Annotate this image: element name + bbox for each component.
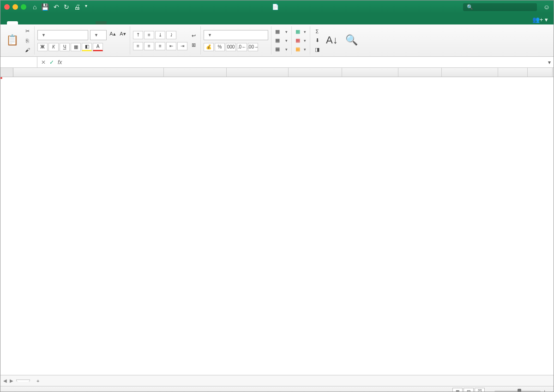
align-bottom-icon[interactable]: ⤓ bbox=[155, 31, 165, 39]
merge-cells-icon[interactable]: ⊞ bbox=[189, 41, 198, 49]
find-select-button[interactable]: 🔍 bbox=[343, 33, 361, 48]
format-painter-icon[interactable]: 🖌 bbox=[23, 46, 31, 54]
format-cells-button[interactable]: ▦ ▾ bbox=[295, 46, 307, 53]
tab-view[interactable] bbox=[84, 21, 96, 24]
percent-icon[interactable]: % bbox=[215, 43, 225, 51]
window-controls bbox=[4, 4, 26, 10]
tab-table[interactable] bbox=[96, 21, 107, 24]
more-icon[interactable]: ▾ bbox=[85, 3, 87, 11]
tab-layout[interactable] bbox=[40, 21, 51, 24]
bold-button[interactable]: Ж bbox=[37, 43, 48, 51]
increase-font-icon[interactable]: A▴ bbox=[108, 30, 117, 38]
redo-icon[interactable]: ↻ bbox=[64, 3, 69, 11]
col-header-i[interactable] bbox=[528, 68, 553, 77]
indent-decrease-icon[interactable]: ⇤ bbox=[166, 42, 176, 50]
styles-group: ▦ ▾ ▦ ▾ ▦ ▾ bbox=[274, 26, 292, 54]
format-as-table-button[interactable]: ▦ ▾ bbox=[274, 37, 289, 44]
conditional-formatting-button[interactable]: ▦ ▾ bbox=[274, 28, 289, 35]
tab-insert[interactable] bbox=[18, 21, 29, 24]
add-sheet-button[interactable]: + bbox=[33, 377, 43, 385]
zoom-out-button[interactable]: − bbox=[488, 389, 491, 392]
copy-icon[interactable]: ⎘ bbox=[23, 36, 31, 45]
font-name-select[interactable]: ▼ bbox=[37, 30, 88, 40]
fill-color-button[interactable]: ◧ bbox=[82, 43, 92, 51]
clipboard-group: 📋 ✂ ⎘ 🖌 bbox=[3, 26, 35, 54]
borders-button[interactable]: ▦ bbox=[71, 43, 81, 51]
print-icon[interactable]: 🖨 bbox=[74, 3, 80, 11]
autosum-icon[interactable]: Σ bbox=[313, 27, 321, 36]
insert-cells-button[interactable]: ▦ ▾ bbox=[295, 28, 307, 35]
titlebar: ⌂ 💾 ↶ ↻ 🖨 ▾ 🔍 ☺ bbox=[0, 0, 554, 13]
zoom-slider[interactable] bbox=[494, 391, 541, 392]
editing-group: Σ ⬇ ◨ A↓ 🔍 bbox=[313, 26, 363, 54]
col-header-h[interactable] bbox=[498, 68, 528, 77]
delete-cells-button[interactable]: ▦ ▾ bbox=[295, 37, 307, 44]
wrap-text-icon[interactable]: ↩ bbox=[189, 32, 198, 40]
user-icon[interactable]: ☺ bbox=[543, 3, 550, 11]
align-center-icon[interactable]: ≡ bbox=[144, 42, 154, 50]
fill-icon[interactable]: ⬇ bbox=[313, 36, 321, 45]
alignment-group: ⤒≡⤓⤸ ≡≡≡⇤⇥ ↩ ⊞ bbox=[133, 26, 201, 54]
number-group: ▼ 💰 % 000 .0← .00→ bbox=[204, 26, 271, 54]
worksheet[interactable] bbox=[0, 68, 554, 375]
next-sheet-icon[interactable]: ▶ bbox=[10, 378, 13, 383]
orientation-icon[interactable]: ⤸ bbox=[166, 31, 176, 39]
decrease-decimal-icon[interactable]: .00→ bbox=[248, 43, 258, 51]
tab-review[interactable] bbox=[73, 21, 84, 24]
number-format-select[interactable]: ▼ bbox=[204, 30, 268, 40]
save-icon[interactable]: 💾 bbox=[41, 3, 49, 11]
close-window-icon[interactable] bbox=[4, 4, 10, 10]
align-middle-icon[interactable]: ≡ bbox=[144, 31, 154, 39]
status-bar: ▦ ▤ 凹 − + bbox=[0, 386, 554, 392]
decrease-font-icon[interactable]: A▾ bbox=[119, 30, 127, 38]
tab-formulas[interactable] bbox=[51, 21, 62, 24]
indent-increase-icon[interactable]: ⇥ bbox=[177, 42, 187, 50]
select-all-corner[interactable] bbox=[0, 68, 13, 77]
comma-icon[interactable]: 000 bbox=[226, 43, 236, 51]
sheet-tabs-bar: ◀ ▶ + bbox=[0, 375, 554, 386]
font-color-button[interactable]: A bbox=[93, 43, 103, 51]
column-headers bbox=[0, 68, 554, 77]
tab-home[interactable] bbox=[7, 21, 18, 24]
document-title bbox=[90, 4, 460, 10]
minimize-window-icon[interactable] bbox=[12, 4, 18, 10]
align-top-icon[interactable]: ⤒ bbox=[133, 31, 143, 39]
cancel-formula-icon[interactable]: ✕ bbox=[41, 59, 46, 66]
clear-icon[interactable]: ◨ bbox=[313, 46, 321, 54]
align-left-icon[interactable]: ≡ bbox=[133, 42, 143, 50]
cells-group: ▦ ▾ ▦ ▾ ▦ ▾ bbox=[295, 26, 310, 54]
underline-button[interactable]: Ч bbox=[60, 43, 70, 51]
cell-styles-button[interactable]: ▦ ▾ bbox=[274, 46, 289, 53]
font-size-select[interactable]: ▼ bbox=[90, 30, 107, 40]
increase-decimal-icon[interactable]: .0← bbox=[237, 43, 247, 51]
normal-view-icon[interactable]: ▦ bbox=[452, 388, 463, 392]
page-break-view-icon[interactable]: 凹 bbox=[475, 388, 485, 392]
sort-filter-button[interactable]: A↓ bbox=[323, 33, 341, 48]
zoom-window-icon[interactable] bbox=[21, 4, 26, 10]
confirm-formula-icon[interactable]: ✓ bbox=[49, 59, 54, 66]
quick-access-toolbar: ⌂ 💾 ↶ ↻ 🖨 ▾ bbox=[33, 3, 87, 11]
formula-bar: ✕ ✓ fx ▾ bbox=[0, 57, 554, 68]
page-layout-view-icon[interactable]: ▤ bbox=[464, 388, 474, 392]
ribbon-tabs: 👥+ ▾ bbox=[0, 13, 554, 24]
home-icon[interactable]: ⌂ bbox=[33, 3, 36, 11]
name-box[interactable] bbox=[0, 57, 37, 67]
share-button[interactable]: 👥+ ▾ bbox=[527, 15, 554, 24]
search-input[interactable]: 🔍 bbox=[463, 3, 537, 11]
ribbon: 📋 ✂ ⎘ 🖌 ▼ ▼ A▴ A▾ Ж К Ч ▦ ◧ A bbox=[0, 24, 554, 57]
zoom-in-button[interactable]: + bbox=[543, 389, 546, 392]
expand-formula-bar-icon[interactable]: ▾ bbox=[545, 59, 554, 66]
currency-icon[interactable]: 💰 bbox=[204, 43, 214, 51]
prev-sheet-icon[interactable]: ◀ bbox=[3, 378, 7, 383]
cut-icon[interactable]: ✂ bbox=[23, 27, 31, 36]
sheet-tab[interactable] bbox=[16, 380, 30, 382]
highlight-new-row bbox=[0, 77, 2, 79]
tab-data[interactable] bbox=[62, 21, 73, 24]
align-right-icon[interactable]: ≡ bbox=[155, 42, 165, 50]
undo-icon[interactable]: ↶ bbox=[54, 3, 59, 11]
italic-button[interactable]: К bbox=[48, 43, 59, 51]
fx-icon[interactable]: fx bbox=[58, 59, 62, 66]
font-group: ▼ ▼ A▴ A▾ Ж К Ч ▦ ◧ A bbox=[37, 26, 130, 54]
tab-draw[interactable] bbox=[29, 21, 40, 24]
paste-button[interactable]: 📋 bbox=[3, 33, 21, 48]
